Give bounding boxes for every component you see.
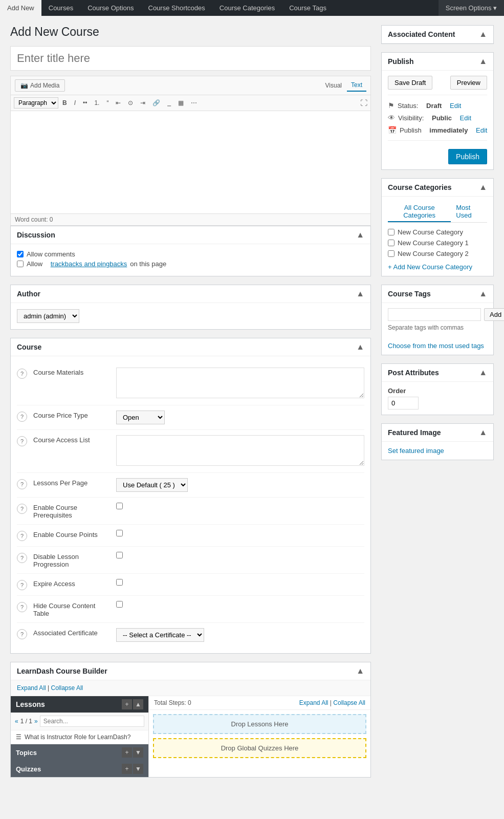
publish-toggle[interactable]: ▲ [479, 57, 487, 66]
course-access-list-help[interactable]: ? [17, 436, 27, 446]
choose-tags-link[interactable]: Choose from the most used tags [388, 342, 484, 350]
preview-button[interactable]: Preview [450, 76, 487, 90]
lessons-nav-prev[interactable]: « [15, 718, 18, 725]
post-attributes-toggle[interactable]: ▲ [479, 368, 487, 377]
visual-tab[interactable]: Visual [321, 79, 346, 92]
order-input[interactable] [388, 397, 419, 410]
expire-access-help[interactable]: ? [17, 580, 27, 590]
category-checkbox-1[interactable] [388, 240, 395, 246]
disable-progression-help[interactable]: ? [17, 553, 27, 563]
unordered-list-button[interactable]: •• [80, 97, 90, 109]
italic-button[interactable]: I [71, 97, 79, 109]
author-toggle[interactable]: ▲ [356, 289, 364, 298]
tags-add-button[interactable]: Add [484, 308, 504, 321]
course-builder-header[interactable]: LearnDash Course Builder ▲ [11, 662, 370, 680]
table-button[interactable]: ▦ [175, 97, 187, 109]
builder-expand-all-right[interactable]: Expand All [299, 699, 328, 706]
align-center-button[interactable]: ⊙ [125, 97, 136, 109]
disable-progression-checkbox[interactable] [116, 552, 123, 558]
lesson-item[interactable]: ☰ What is Instructor Role for LearnDash? [11, 730, 148, 744]
builder-collapse-all-left[interactable]: Collapse All [51, 684, 83, 692]
lessons-add-button[interactable]: + [122, 699, 132, 709]
discussion-toggle[interactable]: ▲ [356, 230, 364, 240]
more-button[interactable]: ⋯ [188, 97, 200, 109]
expand-editor-button[interactable]: ⛶ [360, 99, 367, 107]
course-price-type-help[interactable]: ? [17, 412, 27, 422]
discussion-metabox-header[interactable]: Discussion ▲ [11, 226, 370, 244]
publish-panel-header[interactable]: Publish ▲ [382, 53, 493, 71]
author-metabox-header[interactable]: Author ▲ [11, 285, 370, 303]
tags-input[interactable] [388, 308, 481, 321]
course-toggle[interactable]: ▲ [356, 342, 364, 352]
publish-button[interactable]: Publish [448, 149, 487, 164]
course-categories-toggle[interactable]: ▲ [479, 183, 487, 192]
post-attributes-header[interactable]: Post Attributes ▲ [382, 364, 493, 382]
associated-certificate-help[interactable]: ? [17, 629, 27, 639]
nav-course-options[interactable]: Course Options [80, 0, 141, 16]
blockquote-button[interactable]: “ [103, 97, 112, 109]
allow-trackbacks-checkbox[interactable] [17, 261, 24, 267]
nav-course-categories[interactable]: Course Categories [212, 0, 282, 16]
unlink-button[interactable]: ⎯ [164, 97, 174, 109]
featured-image-header[interactable]: Featured Image ▲ [382, 424, 493, 442]
course-categories-header[interactable]: Course Categories ▲ [382, 179, 493, 197]
add-media-button[interactable]: 📷 Add Media [15, 79, 65, 92]
expire-access-checkbox[interactable] [116, 579, 123, 586]
course-materials-help[interactable]: ? [17, 369, 27, 379]
trackbacks-link[interactable]: trackbacks and pingbacks [51, 260, 127, 268]
quizzes-add-button[interactable]: + [122, 764, 132, 774]
enable-prerequisites-checkbox[interactable] [116, 503, 123, 509]
visibility-edit-link[interactable]: Edit [460, 114, 471, 122]
align-right-button[interactable]: ⇥ [137, 97, 148, 109]
screen-options-button[interactable]: Screen Options ▾ [439, 0, 504, 16]
align-left-button[interactable]: ⇤ [113, 97, 124, 109]
allow-comments-checkbox[interactable] [17, 251, 24, 257]
lessons-collapse-button[interactable]: ▲ [133, 699, 143, 709]
lessons-per-page-select[interactable]: Use Default ( 25 ) 5 10 25 50 [116, 478, 188, 492]
nav-course-tags[interactable]: Course Tags [282, 0, 334, 16]
nav-course-shortcodes[interactable]: Course Shortcodes [141, 0, 212, 16]
lessons-nav-next[interactable]: » [34, 718, 38, 725]
save-draft-button[interactable]: Save Draft [388, 76, 432, 90]
course-metabox-header[interactable]: Course ▲ [11, 338, 370, 356]
builder-expand-all-left[interactable]: Expand All [17, 684, 46, 692]
course-title-input[interactable] [10, 46, 371, 71]
enable-prerequisites-help[interactable]: ? [17, 504, 27, 514]
featured-image-toggle[interactable]: ▲ [479, 428, 487, 437]
set-featured-image-link[interactable]: Set featured image [388, 447, 444, 455]
builder-collapse-all-right[interactable]: Collapse All [333, 699, 365, 706]
lessons-search-input[interactable] [40, 716, 144, 727]
status-edit-link[interactable]: Edit [450, 102, 461, 110]
author-select[interactable]: admin (admin) [17, 309, 79, 323]
ordered-list-button[interactable]: 1. [91, 97, 102, 109]
publish-time-edit-link[interactable]: Edit [476, 126, 487, 134]
lessons-per-page-help[interactable]: ? [17, 479, 27, 489]
format-select[interactable]: Paragraph [14, 97, 58, 109]
all-categories-tab[interactable]: All Course Categories [388, 202, 451, 222]
associated-content-toggle[interactable]: ▲ [479, 30, 487, 39]
course-access-list-textarea[interactable] [116, 435, 364, 466]
quizzes-collapse-button[interactable]: ▼ [133, 764, 143, 774]
bold-button[interactable]: B [59, 97, 70, 109]
nav-add-new[interactable]: Add New [0, 0, 41, 16]
nav-courses[interactable]: Courses [41, 0, 80, 16]
drop-lessons-zone[interactable]: Drop Lessons Here [153, 714, 366, 734]
link-button[interactable]: 🔗 [149, 97, 163, 109]
course-builder-toggle[interactable]: ▲ [356, 666, 364, 676]
associated-content-header[interactable]: Associated Content ▲ [382, 26, 493, 44]
add-category-link[interactable]: + Add New Course Category [388, 263, 487, 271]
category-checkbox-0[interactable] [388, 229, 395, 235]
text-tab[interactable]: Text [347, 79, 366, 92]
hide-content-table-help[interactable]: ? [17, 602, 27, 612]
editor-content-area[interactable] [11, 111, 370, 213]
category-checkbox-2[interactable] [388, 250, 395, 257]
hide-content-table-checkbox[interactable] [116, 601, 123, 608]
enable-points-checkbox[interactable] [116, 530, 123, 536]
course-tags-toggle[interactable]: ▲ [479, 289, 487, 298]
topics-add-button[interactable]: + [122, 747, 132, 758]
topics-collapse-button[interactable]: ▼ [133, 747, 143, 758]
drop-quizzes-zone[interactable]: Drop Global Quizzes Here [153, 738, 366, 758]
enable-points-help[interactable]: ? [17, 531, 27, 541]
most-used-tab[interactable]: Most Used [451, 202, 487, 222]
course-price-type-select[interactable]: Open Free Buy Now Recurring Closed [116, 411, 165, 424]
